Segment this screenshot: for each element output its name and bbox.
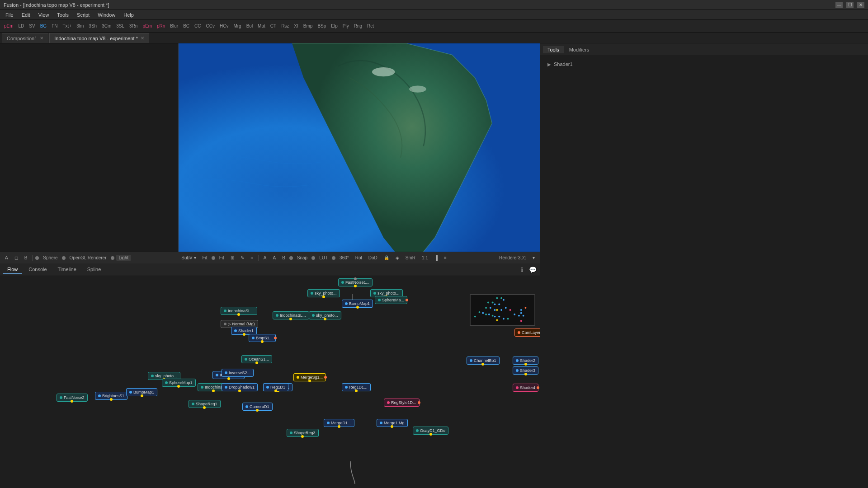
toolbar-rct[interactable]: Rct [365,23,376,29]
toolbar-bol[interactable]: Bol [244,23,255,29]
menu-edit[interactable]: Edit [18,11,34,19]
node-fastnoise2[interactable]: FastNoise2 [57,394,88,402]
vc-fit2[interactable]: Fit [217,255,226,261]
toolbar-txt[interactable]: Txt+ [61,23,74,29]
vc-rol[interactable]: Rol [353,255,364,261]
toolbar-sv[interactable]: SV [27,23,37,29]
node-bmps1[interactable]: BmpS1... [249,334,276,342]
node-dropshadow1[interactable]: DropShadow1 [222,383,258,391]
shader-item[interactable]: ▶ Shader1 [544,60,864,69]
toolbar-bg[interactable]: BG [38,23,49,29]
toolbar-cc[interactable]: CC [192,23,203,29]
toolbar-ct[interactable]: CT [268,23,278,29]
node-brightness[interactable]: BrightnesS1 [95,392,127,400]
vc-360[interactable]: 360° [337,255,351,261]
node-mergesg1[interactable]: MergeSg1... [293,373,326,381]
viewer-right[interactable] [179,43,540,252]
menu-help[interactable]: Help [120,11,137,19]
node-reg1d2[interactable]: Reg1D1 [263,383,288,391]
flow-tab-timeline[interactable]: Timeline [53,266,81,274]
close-button[interactable]: ✕ [857,2,864,8]
node-bumpmap2[interactable]: BumpMap1 [126,388,157,396]
vc-icon1[interactable]: ⊞ [228,255,236,261]
vc-aa[interactable]: A [261,255,269,261]
toolbar-pem1[interactable]: pEm [2,23,16,29]
toolbar-mat[interactable]: Mat [255,23,268,29]
toolbar-fn[interactable]: FN [49,23,60,29]
toolbar-rsz[interactable]: Rsz [279,23,291,29]
node-skyphoto2[interactable]: sky_photo... [307,289,340,297]
menu-script[interactable]: Script [73,11,93,19]
node-indochinal[interactable]: IndochinaSL... [221,307,257,315]
toolbar-mrg[interactable]: Mrg [231,23,243,29]
node-skyphoto3[interactable]: sky_photo... [309,311,341,319]
vc-icon2[interactable]: ✎ [238,255,246,261]
toolbar-rng[interactable]: Rng [352,23,364,29]
vc-b3[interactable]: B [280,255,288,261]
toolbar-prn[interactable]: pRn [155,23,167,29]
vc-icon4[interactable]: ◈ [393,255,401,261]
node-channelbo1[interactable]: ChannelBo1 [467,357,500,365]
toolbar-blur[interactable]: Blur [168,23,180,29]
flow-tab-flow[interactable]: Flow [3,266,22,274]
toolbar-3cm[interactable]: 3Cm [99,23,113,29]
node-shapereg1[interactable]: ShapeReg1 [189,400,221,408]
minimize-button[interactable]: — [835,2,843,8]
vc-renderer[interactable]: OpenGL Renderer [67,255,109,261]
toolbar-elp[interactable]: Elp [329,23,340,29]
toolbar-bsp[interactable]: BSp [315,23,328,29]
vc-a-btn[interactable]: A [3,255,10,261]
flow-info-icon[interactable]: ℹ [517,265,526,274]
node-camlayer1[interactable]: CamLayer1 [514,328,540,337]
vc-sphere[interactable]: Sphere [41,255,60,261]
vc-lock[interactable]: 🔒 [382,255,392,261]
node-shader2[interactable]: Shader2 [513,357,538,365]
node-fastnoise1[interactable]: FastNoise1... [338,278,373,286]
vc-ratio[interactable]: 1:1 [420,255,430,261]
maximize-button[interactable]: ❐ [846,2,854,8]
node-camerad1[interactable]: CameraD1 [242,403,273,411]
node-shapereg3[interactable]: ShapeReg3 [287,429,319,437]
menu-tools[interactable]: Tools [53,11,72,19]
toolbar-pem2[interactable]: pEm [140,23,154,29]
node-reg1d1[interactable]: Reg1D1... [342,383,371,391]
menu-file[interactable]: File [2,11,17,19]
vc-b2-btn[interactable]: B [22,255,30,261]
menu-view[interactable]: View [35,11,53,19]
node-spherema[interactable]: SphereMa... [375,296,407,304]
vc-snap[interactable]: Snap [295,255,310,261]
toolbar-ld[interactable]: LD [16,23,27,29]
tab-indochina[interactable]: Indochina topo map V8 - experiment * ✕ [49,33,149,43]
vc-icon3[interactable]: ○ [248,255,255,261]
vc-fit1[interactable]: Fit [200,255,210,261]
vc-b-btn[interactable]: ◻ [12,255,20,261]
vc-lut[interactable]: LUT [317,255,330,261]
toolbar-3sh[interactable]: 3Sh [86,23,99,29]
vc-icon6[interactable]: ≡ [442,255,449,261]
toolbar-ccv[interactable]: CCv [204,23,217,29]
rp-tab-modifiers[interactable]: Modifiers [565,46,594,53]
node-regstyle1d[interactable]: RegStyle1D... [384,399,420,407]
vc-light[interactable]: Light [116,255,132,261]
flow-tab-spline[interactable]: Spline [83,266,106,274]
toolbar-3lm[interactable]: 3lm [74,23,86,29]
toolbar-ply[interactable]: Ply [340,23,351,29]
vc-arrow[interactable]: ▾ [530,255,537,261]
toolbar-bmp[interactable]: Bmp [301,23,315,29]
node-ocayd1[interactable]: OcayD1_GDo [413,427,448,435]
toolbar-bc[interactable]: BC [181,23,192,29]
node-oceans1[interactable]: OceanS1... [241,355,272,363]
node-indochinasl[interactable]: IndochinaSL... [273,311,309,319]
toolbar-3rn[interactable]: 3Rn [127,23,140,29]
menu-window[interactable]: Window [94,11,119,19]
node-bumpmap1[interactable]: BumpMap1 [342,300,373,308]
tab-indochina-close[interactable]: ✕ [141,36,144,41]
vc-renderer3d[interactable]: Renderer3D1 [497,255,528,261]
vc-ab[interactable]: A [270,255,278,261]
node-shader3[interactable]: Shader3 [513,366,538,375]
node-inverses2[interactable]: InverseS2... [222,369,254,377]
node-merge1mg[interactable]: Merge1 Mg [377,419,408,427]
node-spheremap1[interactable]: SphereMap1 [162,379,196,387]
tab-composition1[interactable]: Composition1 ✕ [2,33,48,43]
rp-tab-tools[interactable]: Tools [543,46,564,53]
